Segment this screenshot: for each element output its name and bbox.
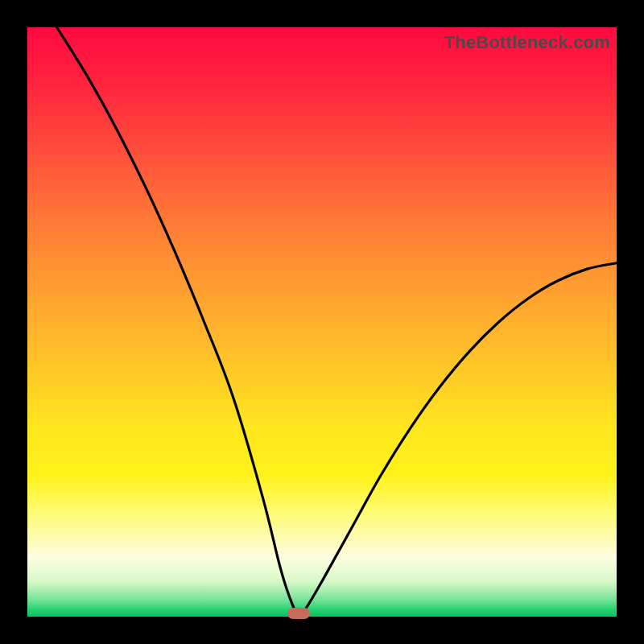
plot-area: TheBottleneck.com: [27, 27, 617, 617]
minimum-marker: [287, 608, 310, 619]
bottleneck-curve: [27, 27, 617, 617]
curve-path: [57, 27, 617, 615]
chart-frame: TheBottleneck.com: [0, 0, 644, 644]
